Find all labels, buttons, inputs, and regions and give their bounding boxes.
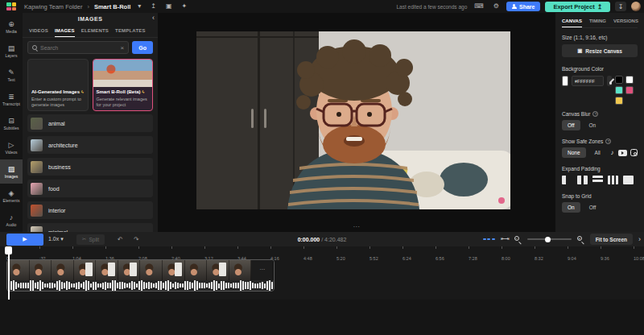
timeline-zoom-slider[interactable] <box>527 238 572 240</box>
tick-mark <box>535 246 535 249</box>
color-swatch-e0517c[interactable] <box>625 86 634 94</box>
padding-sides-icon[interactable] <box>608 176 618 184</box>
settings-gear-icon[interactable]: ⚙ <box>491 0 502 13</box>
kapwing-logo-icon[interactable] <box>6 2 16 10</box>
help-icon[interactable]: ? <box>605 139 611 144</box>
sidebar-item-text[interactable]: ✎Text <box>0 63 23 87</box>
upload-icon[interactable]: ↥ <box>148 0 159 13</box>
sidebar-item-subtitles[interactable]: ⊟Subtitles <box>0 111 23 135</box>
clear-search-icon[interactable]: × <box>121 44 125 52</box>
resize-canvas-button[interactable]: ▣ Resize Canvas <box>562 44 638 57</box>
tab-images[interactable]: IMAGES <box>55 26 75 37</box>
timeline-ruler[interactable]: 0:321:041:362:082:403:123:444:164:485:20… <box>0 246 644 258</box>
category-item-animal[interactable]: animal <box>27 114 153 132</box>
project-title[interactable]: Smart B-Roll <box>94 3 130 10</box>
fit-to-screen-button[interactable]: Fit to Screen <box>590 234 633 245</box>
category-item-minimal[interactable]: minimal <box>27 223 153 232</box>
color-swatch-f0c84f[interactable] <box>615 97 623 105</box>
tab-templates[interactable]: TEMPLATES <box>115 26 146 37</box>
waveform-bar <box>206 283 208 288</box>
split-button[interactable]: ✂ Split <box>76 234 105 245</box>
zoom-slider-knob[interactable] <box>545 237 551 242</box>
video-clip[interactable]: ⋯ <box>6 259 275 292</box>
blur-on-button[interactable]: On <box>584 120 602 130</box>
zoom-out-icon[interactable]: − <box>514 236 522 243</box>
current-color-swatch[interactable] <box>562 76 568 86</box>
download-button[interactable]: ↧ <box>615 2 626 11</box>
sidebar-item-transcript[interactable]: ≣Transcript <box>0 87 23 111</box>
instagram-icon[interactable] <box>630 148 638 158</box>
waveform-bar <box>254 283 256 288</box>
media-viewer-icon[interactable]: ▣ <box>163 0 175 13</box>
hex-color-input[interactable] <box>572 76 604 86</box>
safe-all-button[interactable]: All <box>589 147 606 158</box>
tab-elements[interactable]: ELEMENTS <box>81 26 109 37</box>
safe-none-button[interactable]: None <box>562 147 586 158</box>
panel-resize-handle[interactable]: ⋯ <box>353 223 361 230</box>
padding-left-icon[interactable] <box>562 176 572 184</box>
ruler-tick: 9:36 <box>601 246 609 263</box>
user-avatar[interactable] <box>631 2 641 11</box>
feature-card-ai-generated[interactable]: AI-Generated Images ϟEnter a custom prom… <box>27 59 89 111</box>
category-item-food[interactable]: food <box>27 180 153 197</box>
play-button[interactable]: ▶ <box>6 234 43 246</box>
sidebar-item-videos[interactable]: ▷Videos <box>0 135 23 159</box>
sidebar-item-elements[interactable]: ◈Elements <box>0 184 23 208</box>
color-swatch-000000[interactable] <box>615 76 623 84</box>
playback-speed-button[interactable]: 1.0x ▾ <box>48 236 64 242</box>
keyboard-shortcuts-icon[interactable]: ⌨ <box>472 0 486 13</box>
tab-timing[interactable]: TIMING <box>589 16 606 27</box>
share-button[interactable]: Share <box>506 2 540 11</box>
padding-columns-icon[interactable] <box>577 176 588 184</box>
ruler-tick: 8:00 <box>502 246 510 263</box>
waveform-bar <box>148 282 150 289</box>
redo-icon[interactable]: ↷ <box>134 236 139 243</box>
waveform-bar <box>247 282 249 289</box>
sidebar-item-media[interactable]: ⊕Media <box>0 14 23 39</box>
color-swatch-ffffff[interactable] <box>625 76 634 84</box>
waveform-bar <box>102 283 104 289</box>
feature-card-smart-broll[interactable]: Smart B-Roll (Beta) ϟGenerate relevant i… <box>93 59 154 111</box>
tiktok-icon[interactable]: ♪ <box>609 148 615 158</box>
snap-on-button[interactable]: On <box>562 202 580 213</box>
tab-canvas[interactable]: CANVAS <box>562 16 582 27</box>
padding-full-icon[interactable] <box>623 176 634 184</box>
sidebar-item-layers[interactable]: ▤Layers <box>0 39 23 63</box>
tab-videos[interactable]: VIDEOS <box>29 26 48 37</box>
collapse-timeline-icon[interactable]: › <box>638 235 641 243</box>
fit-clips-icon[interactable]: ⇤⇥ <box>501 236 509 242</box>
playhead[interactable] <box>5 246 12 254</box>
safe-zones-row: None All ♪ <box>562 147 638 158</box>
snap-off-button[interactable]: Off <box>584 202 602 213</box>
color-swatch-5be3c8[interactable] <box>615 86 623 94</box>
padding-rows-icon[interactable] <box>592 176 603 184</box>
breadcrumb-folder[interactable]: Kapwing Team Folder <box>24 3 82 10</box>
search-input[interactable] <box>40 45 118 51</box>
panel-collapse-icon[interactable]: ‹ <box>152 14 155 22</box>
blur-off-button[interactable]: Off <box>562 120 580 130</box>
video-canvas[interactable] <box>196 31 510 209</box>
download-icon: ↧ <box>618 3 624 10</box>
magic-icon[interactable]: ✦ <box>180 0 190 13</box>
chevron-down-icon[interactable]: ▾ <box>135 0 143 13</box>
help-icon[interactable]: ? <box>592 111 598 117</box>
tab-versions[interactable]: VERSIONS <box>613 16 638 27</box>
category-item-architecture[interactable]: architecture <box>27 136 153 154</box>
undo-icon[interactable]: ↶ <box>118 236 123 243</box>
tick-mark <box>436 246 436 249</box>
export-project-button[interactable]: Export Project ↥ <box>545 2 610 12</box>
sidebar-item-audio[interactable]: ♪Audio <box>0 208 23 232</box>
timeline[interactable]: 0:321:041:362:082:403:123:444:164:485:20… <box>0 246 644 335</box>
search-box[interactable]: × <box>27 41 129 54</box>
filmstrip-thumbnail <box>7 260 30 280</box>
category-item-business[interactable]: business <box>27 158 153 176</box>
sidebar-item-images[interactable]: ▨Images <box>0 159 23 184</box>
timeline-view-icon[interactable] <box>483 238 495 241</box>
search-go-button[interactable]: Go <box>132 41 153 54</box>
eyedropper-icon[interactable] <box>607 76 613 86</box>
category-list: animalarchitecturebusinessfoodinteriormi… <box>23 114 158 232</box>
zoom-in-icon[interactable]: + <box>577 236 584 243</box>
category-item-interior[interactable]: interior <box>27 201 153 219</box>
youtube-icon[interactable] <box>618 148 627 158</box>
waveform-bar <box>221 281 222 290</box>
